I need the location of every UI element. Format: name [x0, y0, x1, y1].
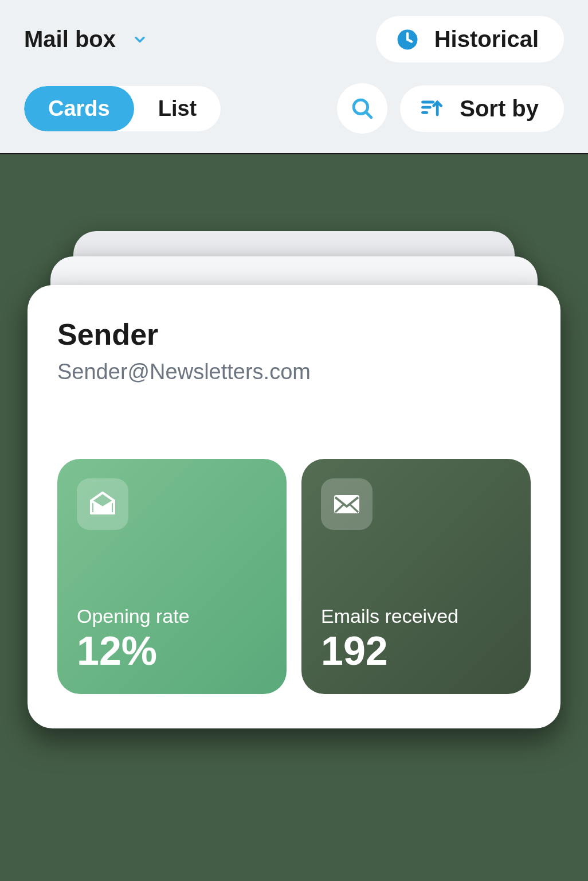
historical-label: Historical [434, 26, 539, 52]
search-icon [350, 96, 374, 120]
stat-label: Opening rate [77, 605, 267, 627]
stat-value: 12% [77, 631, 267, 671]
stat-label: Emails received [321, 605, 511, 627]
tile-icon-box [77, 478, 128, 530]
sort-button[interactable]: Sort by [400, 85, 564, 132]
tile-icon-box [321, 478, 373, 530]
stat-tile-emails-received[interactable]: Emails received 192 [301, 459, 531, 694]
sort-label: Sort by [460, 96, 539, 122]
svg-line-2 [366, 112, 371, 118]
stat-tile-opening-rate[interactable]: Opening rate 12% [57, 459, 287, 694]
stat-value: 192 [321, 631, 511, 671]
stats-row: Opening rate 12% Emails received [57, 459, 531, 694]
top-bar: Mail box Historical Cards List [0, 0, 588, 154]
clock-icon [395, 28, 420, 52]
chevron-down-icon [132, 32, 148, 48]
content-area: Sender Sender@Newsletters.com Opening ra… [0, 154, 588, 881]
sender-name: Sender [57, 317, 531, 352]
mailbox-label: Mail box [24, 26, 116, 52]
envelope-icon [333, 490, 360, 518]
search-button[interactable] [337, 83, 387, 134]
view-toggle: Cards List [24, 86, 221, 131]
tab-cards[interactable]: Cards [24, 86, 134, 131]
mailbox-dropdown[interactable]: Mail box [24, 26, 148, 52]
sender-email: Sender@Newsletters.com [57, 360, 531, 384]
open-envelope-icon [89, 490, 116, 518]
tab-list[interactable]: List [134, 86, 221, 131]
sender-card[interactable]: Sender Sender@Newsletters.com Opening ra… [28, 285, 560, 728]
sort-icon [420, 96, 445, 121]
card-stack: Sender Sender@Newsletters.com Opening ra… [28, 285, 560, 728]
historical-button[interactable]: Historical [376, 16, 564, 63]
